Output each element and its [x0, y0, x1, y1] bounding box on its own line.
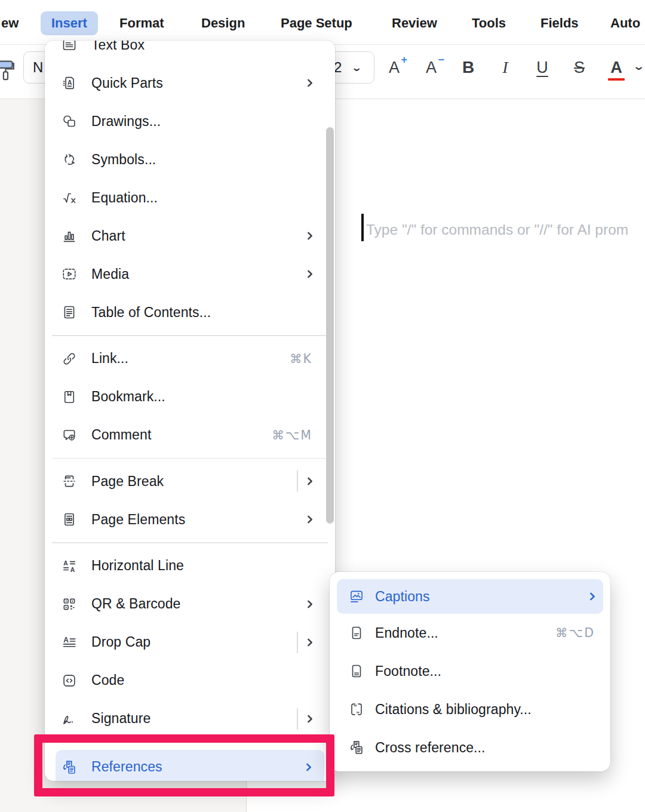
menu-item-quick-parts[interactable]: AQuick Parts	[45, 64, 335, 102]
chevron-down-icon: ⌄	[351, 61, 363, 74]
menu-item-label: Equation...	[91, 190, 158, 206]
svg-text:„: „	[357, 707, 360, 714]
menu-item-label: Cross reference...	[375, 740, 486, 756]
menu-item-label: Footnote...	[375, 663, 441, 679]
increase-font-size-button-glyph: A+	[389, 59, 400, 77]
equation-icon	[62, 190, 77, 205]
menu-item-label: Endnote...	[375, 625, 438, 641]
italic-button[interactable]: I	[491, 53, 520, 82]
menu-item-label: Drawings...	[91, 113, 161, 130]
modifier-sign: −	[438, 54, 444, 66]
quick-parts-icon: A	[62, 75, 77, 91]
page-break-icon	[62, 473, 77, 489]
menu-item-label: Media	[91, 266, 129, 282]
page-elements-icon	[62, 512, 77, 527]
underline-button[interactable]: U	[528, 53, 557, 82]
font-color-button-glyph: A	[610, 59, 622, 77]
font-color-indicator	[608, 78, 625, 81]
text-box-icon	[62, 41, 77, 53]
menu-item-label: Text Box	[91, 41, 145, 53]
menubar-item-format[interactable]: Format	[119, 11, 164, 35]
bold-button[interactable]: B	[454, 53, 483, 82]
menubar-item-design[interactable]: Design	[201, 11, 245, 35]
font-size-value: 2	[334, 59, 342, 76]
italic-button-glyph: I	[502, 58, 508, 77]
menu-item-cross-reference[interactable]: Cross reference...	[330, 728, 610, 767]
menu-item-label: Citations & bibliography...	[375, 702, 532, 718]
menu-separator	[52, 542, 328, 543]
shortcut-label: ⌘⌥M	[272, 428, 312, 442]
split-button-divider	[297, 470, 298, 492]
split-button-divider	[297, 632, 298, 653]
menu-scrollbar[interactable]	[326, 127, 334, 524]
menu-item-page-elements[interactable]: Page Elements	[45, 500, 335, 539]
qr-barcode-icon	[62, 596, 77, 612]
table-of-contents-icon	[62, 304, 77, 320]
format-painter-icon[interactable]	[0, 59, 15, 86]
menu-item-label: References	[91, 759, 162, 775]
drawings-icon	[62, 113, 77, 129]
menu-item-signature[interactable]: Signature	[45, 700, 335, 738]
code-icon	[62, 673, 77, 688]
menubar-item-insert[interactable]: Insert	[41, 11, 98, 35]
menu-item-captions[interactable]: Captions	[337, 579, 603, 614]
text-cursor	[361, 214, 364, 241]
symbols-icon	[62, 152, 77, 167]
chevron-right-icon	[305, 714, 315, 724]
menu-item-qr-barcode[interactable]: QR & Barcode	[45, 585, 335, 623]
menubar-item-auto[interactable]: Auto	[610, 11, 640, 35]
menu-item-bookmark[interactable]: Bookmark...	[45, 378, 335, 416]
menu-item-link[interactable]: Link...⌘K	[45, 340, 335, 378]
chevron-right-icon	[305, 599, 315, 609]
menu-item-references[interactable]: References	[56, 750, 324, 782]
increase-font-size-button[interactable]: A+	[380, 53, 408, 82]
strikethrough-button[interactable]: S	[565, 53, 594, 82]
chart-icon	[62, 228, 77, 244]
media-icon	[62, 266, 77, 282]
bold-button-glyph: B	[462, 58, 474, 77]
menu-item-comment[interactable]: Comment⌘⌥M	[45, 416, 335, 454]
menu-item-page-break[interactable]: Page Break	[45, 462, 335, 500]
menu-item-label: Captions	[375, 589, 430, 605]
menu-item-label: Chart	[91, 228, 125, 244]
svg-text:A: A	[63, 635, 69, 644]
references-submenu: CaptionsEndnote...⌘⌥DFootnote...“„Citati…	[330, 572, 610, 771]
link-icon	[62, 351, 77, 367]
menu-item-drawings[interactable]: Drawings...	[45, 102, 335, 140]
menubar-item-page-setup[interactable]: Page Setup	[281, 11, 352, 35]
menu-item-label: Table of Contents...	[91, 304, 211, 321]
svg-text:A: A	[70, 566, 75, 573]
menu-item-table-of-contents[interactable]: Table of Contents...	[45, 293, 335, 331]
menu-separator	[52, 335, 328, 336]
menu-item-label: Comment	[91, 427, 151, 443]
menubar-item-fields[interactable]: Fields	[540, 11, 579, 35]
chevron-right-icon	[305, 269, 315, 279]
menu-item-drop-cap[interactable]: ADrop Cap	[45, 623, 335, 662]
menu-item-media[interactable]: Media	[45, 255, 335, 293]
menu-item-equation[interactable]: Equation...	[45, 179, 335, 217]
menu-item-text-box[interactable]: Text Box	[45, 41, 335, 64]
bookmark-icon	[62, 389, 77, 405]
underline-button-glyph: U	[536, 59, 548, 77]
menubar-item-tools[interactable]: Tools	[472, 11, 506, 35]
decrease-font-size-button[interactable]: A−	[417, 53, 446, 82]
menu-item-symbols[interactable]: Symbols...	[45, 140, 335, 179]
menu-item-label: Drop Cap	[91, 634, 150, 650]
font-color-chevron-icon[interactable]: ⌄	[632, 60, 645, 73]
menu-item-citations-bibliography[interactable]: “„Citations & bibliography...	[330, 690, 610, 728]
horizontal-line-icon: AA	[62, 558, 77, 574]
menubar-item-review[interactable]: Review	[392, 11, 437, 35]
menu-item-horizontal-line[interactable]: AAHorizontal Line	[45, 547, 335, 585]
chevron-right-icon	[304, 762, 314, 772]
references-icon	[62, 759, 77, 775]
font-color-button[interactable]: A	[602, 53, 631, 82]
menu-item-endnote[interactable]: Endnote...⌘⌥D	[330, 614, 610, 652]
menu-item-footnote[interactable]: Footnote...	[330, 652, 610, 690]
menu-separator	[52, 458, 328, 459]
citations-icon: “„	[349, 702, 364, 717]
modifier-sign: +	[401, 54, 407, 66]
menu-item-code[interactable]: Code	[45, 662, 335, 700]
menubar-item-ew[interactable]: ew	[1, 11, 19, 35]
chevron-right-icon	[305, 638, 315, 647]
menu-item-chart[interactable]: Chart	[45, 217, 335, 255]
